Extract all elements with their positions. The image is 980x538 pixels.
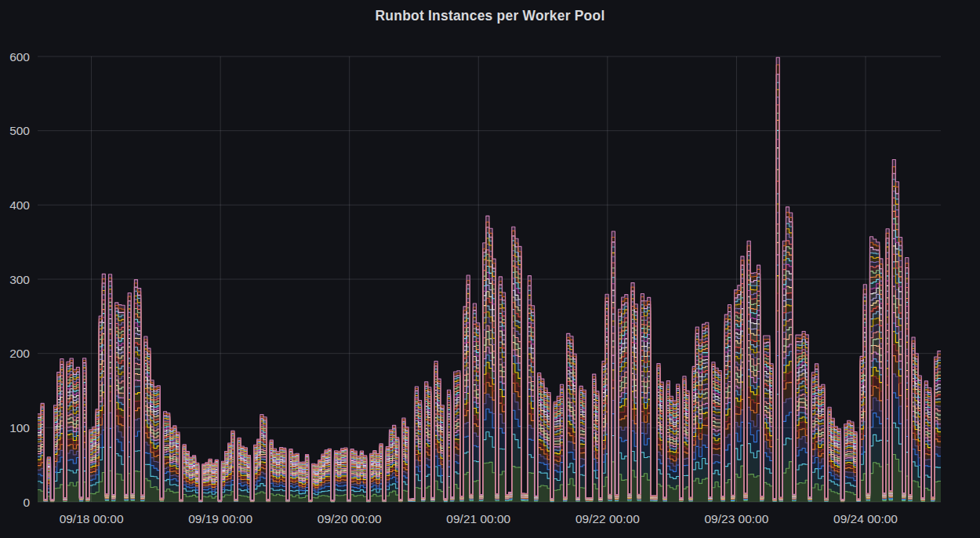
y-tick-label: 100	[9, 421, 30, 434]
y-tick-label: 0	[23, 496, 30, 509]
y-tick-label: 600	[9, 50, 30, 64]
x-tick-label: 09/21 00:00	[446, 512, 510, 525]
x-tick-label: 09/23 00:00	[704, 512, 768, 525]
y-tick-label: 400	[9, 198, 30, 212]
y-tick-label: 500	[9, 124, 30, 137]
series-stack	[38, 57, 941, 502]
x-tick-label: 09/24 00:00	[833, 512, 898, 525]
x-tick-label: 09/18 00:00	[60, 512, 124, 525]
grafana-panel: Runbot Instances per Worker Pool 0100200…	[0, 0, 980, 538]
y-tick-label: 300	[9, 273, 30, 286]
x-tick-label: 09/22 00:00	[575, 512, 640, 525]
y-tick-label: 200	[9, 347, 30, 360]
x-tick-label: 09/19 00:00	[188, 512, 252, 525]
stacked-area-chart[interactable]: 010020030040050060009/18 00:0009/19 00:0…	[0, 0, 980, 538]
x-tick-label: 09/20 00:00	[318, 512, 382, 525]
